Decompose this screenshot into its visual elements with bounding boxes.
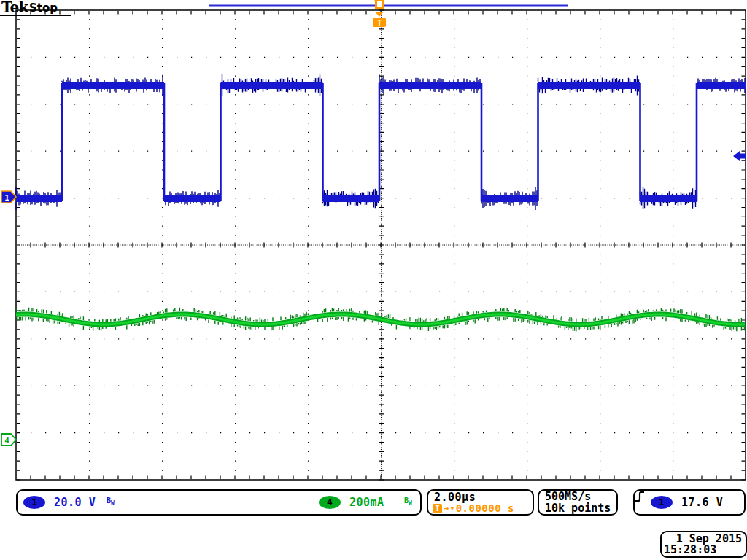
trigger-position-marker: T — [373, 0, 386, 28]
rising-edge-icon — [635, 491, 645, 502]
ch1-scale-readout: 20.0 V — [54, 496, 96, 509]
ch1-badge: 1 — [23, 496, 45, 509]
trigger-level-readout: 17.6 V — [681, 496, 723, 509]
trigger-position-readout: T→▼0.00000 s — [433, 502, 514, 514]
ch4-scale-readout: 200mA — [349, 496, 384, 509]
trigger-t-badge-small: T — [433, 504, 442, 513]
ch4-bandwidth-icon: BW — [404, 497, 412, 507]
ch1-ground-marker: 1 — [1, 191, 16, 203]
trigger-source-badge: 1 — [651, 496, 673, 509]
trigger-level-arrow-icon — [733, 151, 746, 161]
record-length: 10k points — [545, 502, 611, 515]
acquisition-readout-box: 500MS/s10k points — [538, 489, 618, 516]
timebase-readout-box: 2.00µs T→▼0.00000 s — [427, 489, 534, 516]
ch1-marker-label: 1 — [4, 193, 9, 203]
trigger-down-arrow-icon — [375, 12, 384, 17]
ch1-bandwidth-icon: BW — [107, 497, 115, 507]
datetime-box: 1 Sep 2015 15:28:03 — [660, 531, 747, 558]
oscilloscope-screen: Tek Stop T 1 4 — [0, 0, 747, 560]
acquisition-readout: 500MS/s10k points — [545, 491, 611, 514]
ch4-badge: 4 — [319, 496, 341, 509]
time-readout: 15:28:03 — [664, 543, 716, 556]
down-triangle-icon: ▼ — [450, 504, 454, 513]
channel-readouts-box: 1 20.0 V BW 4 200mA BW — [16, 489, 422, 516]
ch4-ground-marker: 4 — [1, 434, 16, 446]
right-arrow-icon: → — [444, 504, 449, 513]
trigger-t-label: T — [377, 18, 382, 28]
trigger-bar-notch — [377, 1, 382, 7]
trigger-position-value: 0.00000 s — [456, 502, 514, 514]
trigger-readout-box: 1 17.6 V — [633, 489, 746, 516]
ch4-marker-label: 4 — [4, 436, 9, 446]
waveform-display: T 1 4 — [0, 0, 747, 560]
